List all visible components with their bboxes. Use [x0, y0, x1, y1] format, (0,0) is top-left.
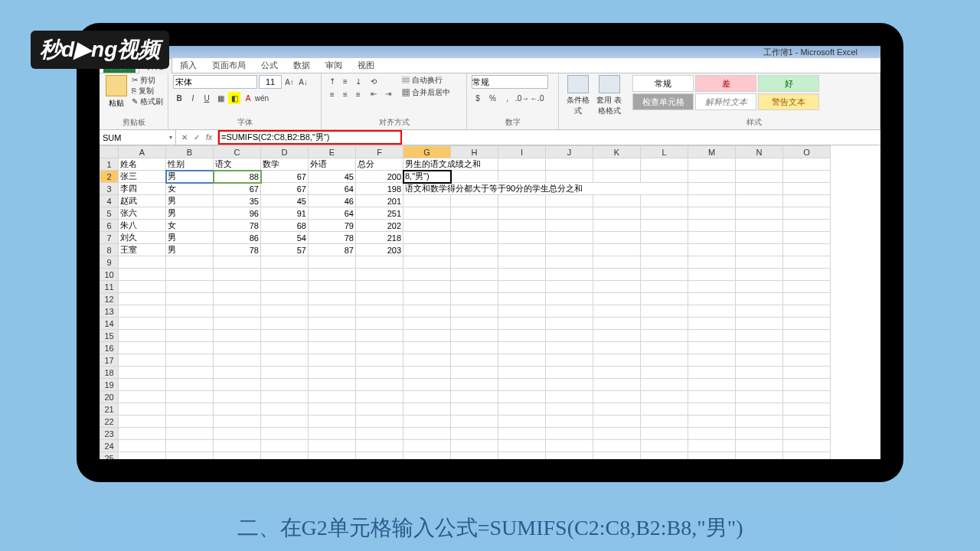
painter-button[interactable]: ✎ 格式刷	[132, 96, 163, 107]
col-header-J[interactable]: J	[546, 146, 593, 158]
phonetic-button[interactable]: wén	[256, 92, 268, 104]
col-header-D[interactable]: D	[261, 146, 309, 158]
font-size-select[interactable]	[259, 75, 282, 89]
cell-c8[interactable]: 78	[214, 244, 261, 256]
cancel-formula-button[interactable]: ✕	[179, 133, 190, 142]
tab-view[interactable]: 视图	[350, 58, 382, 73]
cell-e7[interactable]: 78	[309, 232, 356, 244]
cell-c4[interactable]: 35	[214, 195, 261, 207]
row-header-12[interactable]: 12	[100, 293, 119, 305]
align-top[interactable]: ⤒	[326, 75, 338, 87]
row-header-16[interactable]: 16	[100, 342, 119, 354]
name-box[interactable]: SUM	[100, 130, 176, 145]
row-header-13[interactable]: 13	[100, 305, 119, 318]
cell-e5[interactable]: 64	[309, 207, 356, 220]
formula-input[interactable]: =SUMIFS(C2:C8,B2:B8,"男")	[218, 130, 880, 145]
indent-dec[interactable]: ⇤	[368, 87, 380, 99]
font-color-button[interactable]: A	[242, 92, 254, 104]
col-header-C[interactable]: C	[214, 146, 261, 158]
tab-formula[interactable]: 公式	[253, 58, 286, 73]
col-header-F[interactable]: F	[356, 146, 403, 158]
currency-button[interactable]: $	[472, 92, 484, 104]
paste-button[interactable]: 粘贴	[104, 75, 129, 109]
row-header-1[interactable]: 1	[100, 158, 119, 171]
style-explain[interactable]: 解释性文本	[695, 93, 756, 110]
cell-f3[interactable]: 198	[356, 183, 403, 195]
col-header-L[interactable]: L	[641, 146, 688, 158]
col-header-G[interactable]: G	[403, 146, 451, 158]
italic-button[interactable]: I	[187, 92, 199, 104]
cell-c3[interactable]: 67	[214, 183, 261, 195]
row-header-4[interactable]: 4	[100, 195, 119, 207]
cell-d4[interactable]: 45	[261, 195, 309, 207]
row-header-10[interactable]: 10	[100, 269, 119, 281]
row-header-11[interactable]: 11	[100, 281, 119, 293]
cell-f6[interactable]: 202	[356, 220, 403, 232]
indent-inc[interactable]: ⇥	[382, 87, 394, 99]
cut-button[interactable]: ✂ 剪切	[132, 75, 163, 86]
row-header-20[interactable]: 20	[100, 391, 119, 403]
align-left[interactable]: ≡	[326, 88, 338, 100]
cell-e6[interactable]: 79	[309, 220, 356, 232]
cell-d6[interactable]: 68	[261, 220, 309, 232]
grow-font-button[interactable]: A↑	[283, 76, 296, 88]
row-header-23[interactable]: 23	[100, 428, 119, 440]
col-header-H[interactable]: H	[451, 146, 498, 158]
cell-c7[interactable]: 86	[214, 232, 261, 244]
row-header-7[interactable]: 7	[100, 232, 119, 244]
tab-layout[interactable]: 页面布局	[204, 58, 253, 73]
cell-e2[interactable]: 45	[309, 171, 356, 183]
cell-a8[interactable]: 王室	[119, 244, 166, 256]
tab-data[interactable]: 数据	[286, 58, 318, 73]
merge-center-button[interactable]: ▦ 合并后居中	[402, 87, 450, 98]
cell-b8[interactable]: 男	[166, 244, 214, 256]
style-bad[interactable]: 差	[695, 75, 756, 92]
cell-e3[interactable]: 64	[309, 183, 356, 195]
row-header-9[interactable]: 9	[100, 256, 119, 269]
col-header-M[interactable]: M	[688, 146, 736, 158]
align-middle[interactable]: ≡	[339, 75, 351, 87]
cell-d2[interactable]: 67	[261, 171, 309, 183]
wrap-text-button[interactable]: ▤ 自动换行	[402, 75, 450, 86]
row-header-21[interactable]: 21	[100, 403, 119, 416]
cell-c6[interactable]: 78	[214, 220, 261, 232]
row-header-19[interactable]: 19	[100, 379, 119, 391]
cell-a2[interactable]: 张三	[119, 171, 166, 183]
cell-f4[interactable]: 201	[356, 195, 403, 207]
cell-c1[interactable]: 语文	[214, 158, 261, 171]
row-header-2[interactable]: 2	[100, 171, 119, 183]
fill-color-button[interactable]: ◧	[228, 92, 240, 104]
row-header-5[interactable]: 5	[100, 207, 119, 220]
row-header-17[interactable]: 17	[100, 354, 119, 367]
cell-a6[interactable]: 朱八	[119, 220, 166, 232]
style-check[interactable]: 检查单元格	[632, 93, 694, 110]
cell-g3[interactable]: 语文和数学得分都大于等于90分的学生总分之和	[403, 183, 688, 195]
cell-a3[interactable]: 李四	[119, 183, 166, 195]
cell-b6[interactable]: 女	[166, 220, 214, 232]
select-all-corner[interactable]	[100, 146, 119, 158]
col-header-K[interactable]: K	[593, 146, 641, 158]
style-good[interactable]: 好	[758, 75, 819, 92]
cell-g1[interactable]: 男生的语文成绩之和	[403, 158, 498, 171]
cell-b4[interactable]: 男	[166, 195, 214, 207]
style-normal[interactable]: 常规	[632, 75, 694, 92]
align-bottom[interactable]: ⤓	[352, 75, 364, 87]
orientation-button[interactable]: ⟲	[368, 75, 380, 87]
row-header-14[interactable]: 14	[100, 318, 119, 330]
row-header-8[interactable]: 8	[100, 244, 119, 256]
copy-button[interactable]: ⎘ 复制	[132, 86, 163, 96]
row-header-18[interactable]: 18	[100, 367, 119, 379]
cell-c2[interactable]: 88	[214, 171, 261, 183]
row-header-15[interactable]: 15	[100, 330, 119, 342]
number-format-select[interactable]	[472, 75, 548, 89]
cell-b3[interactable]: 女	[166, 183, 214, 195]
tab-insert[interactable]: 插入	[172, 58, 204, 73]
cell-f8[interactable]: 203	[356, 244, 403, 256]
col-header-B[interactable]: B	[166, 146, 214, 158]
dec-decimal[interactable]: ←.0	[531, 92, 543, 104]
align-right[interactable]: ≡	[352, 88, 364, 100]
cell-f1[interactable]: 总分	[356, 158, 403, 171]
cell-b2[interactable]: 男	[166, 171, 214, 183]
cell-e1[interactable]: 外语	[309, 158, 356, 171]
underline-button[interactable]: U	[201, 92, 213, 104]
